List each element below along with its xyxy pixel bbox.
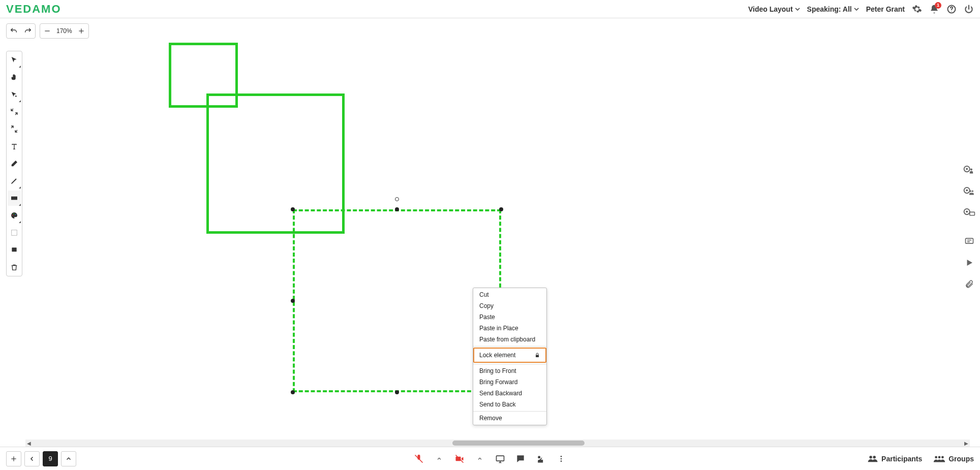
delete-tool[interactable]	[7, 259, 22, 276]
camera-off-button[interactable]	[454, 453, 465, 464]
prev-page-button[interactable]	[24, 451, 40, 466]
ctx-bring-forward[interactable]: Bring Forward	[473, 377, 546, 388]
svg-point-34	[935, 456, 937, 458]
mic-off-button[interactable]	[413, 453, 424, 464]
speaking-label: Speaking: All	[807, 5, 852, 13]
file-tool[interactable]	[7, 241, 22, 259]
grid-tool[interactable]	[7, 224, 22, 241]
left-toolbar	[6, 51, 22, 276]
ctx-paste-from-clipboard[interactable]: Paste from clipboard	[473, 334, 546, 345]
power-button[interactable]	[964, 4, 974, 14]
select-tool[interactable]	[7, 51, 22, 69]
panel-camera-screen[interactable]	[962, 205, 977, 221]
svg-point-32	[869, 456, 872, 459]
expand-tool[interactable]	[7, 120, 22, 138]
expand-icon	[10, 125, 18, 133]
video-layout-label: Video Layout	[748, 5, 793, 13]
camera-off-icon	[454, 454, 465, 464]
groups-button[interactable]: Groups	[933, 454, 974, 463]
svg-point-1	[951, 11, 952, 11]
speaking-dropdown[interactable]: Speaking: All	[807, 5, 859, 13]
undo-button[interactable]	[7, 24, 21, 38]
svg-point-31	[561, 460, 562, 462]
svg-point-8	[13, 213, 14, 214]
gear-icon	[912, 4, 922, 14]
camera-user-icon	[963, 165, 975, 175]
rotation-handle[interactable]	[395, 197, 399, 201]
ctx-copy[interactable]: Copy	[473, 300, 546, 311]
page-list-button[interactable]	[61, 451, 76, 466]
settings-button[interactable]	[912, 4, 922, 14]
play-icon	[965, 258, 974, 267]
selection-handle[interactable]	[395, 390, 399, 394]
chat-button[interactable]	[515, 453, 526, 464]
ctx-paste-in-place-label: Paste in Place	[479, 325, 518, 332]
ctx-send-to-back[interactable]: Send to Back	[473, 399, 546, 410]
panel-play[interactable]	[962, 255, 977, 270]
trash-icon	[10, 263, 18, 271]
mic-dropdown[interactable]	[434, 453, 445, 464]
panel-camera-user[interactable]	[962, 163, 977, 178]
ctx-copy-label: Copy	[479, 302, 494, 309]
scrollbar-thumb[interactable]	[452, 441, 585, 446]
svg-point-29	[561, 456, 562, 457]
selection-handle[interactable]	[291, 207, 295, 211]
selection-handle[interactable]	[395, 207, 399, 211]
selection-handle[interactable]	[499, 207, 503, 211]
notifications-button[interactable]: 1	[929, 4, 939, 14]
ctx-cut[interactable]: Cut	[473, 289, 546, 300]
panel-attach[interactable]	[962, 276, 977, 292]
help-button[interactable]	[946, 4, 957, 14]
shape-tool[interactable]	[7, 190, 22, 207]
header-right: Video Layout Speaking: All Peter Grant 1	[748, 4, 974, 14]
participants-button[interactable]: Participants	[867, 454, 922, 463]
current-page-indicator[interactable]: 9	[43, 451, 58, 466]
notification-badge: 1	[935, 2, 941, 9]
eraser-icon	[10, 160, 18, 168]
ctx-send-backward[interactable]: Send Backward	[473, 388, 546, 399]
fit-tool[interactable]	[7, 103, 22, 120]
ctx-paste[interactable]: Paste	[473, 311, 546, 323]
scroll-left-arrow[interactable]: ◀	[25, 440, 33, 447]
bottom-right-controls: Participants Groups	[867, 454, 974, 463]
user-name[interactable]: Peter Grant	[866, 5, 905, 13]
palette-icon	[10, 211, 18, 220]
raise-hand-button[interactable]	[535, 453, 546, 464]
horizontal-scrollbar[interactable]: ◀ ▶	[25, 440, 970, 447]
svg-point-19	[972, 191, 973, 192]
ctx-bring-to-front-label: Bring to Front	[479, 367, 516, 374]
chat-bubble-icon	[515, 454, 526, 464]
eraser-tool[interactable]	[7, 155, 22, 172]
ctx-paste-in-place[interactable]: Paste in Place	[473, 323, 546, 334]
camera-screen-icon	[963, 208, 975, 218]
add-page-button[interactable]	[6, 451, 21, 466]
panel-chat[interactable]	[962, 234, 977, 249]
right-panel-tabs-bottom	[962, 234, 977, 292]
laser-tool[interactable]	[7, 86, 22, 103]
selection-handle[interactable]	[291, 299, 295, 303]
video-layout-dropdown[interactable]: Video Layout	[748, 5, 800, 13]
pan-tool[interactable]	[7, 69, 22, 86]
chevron-down-icon	[854, 7, 859, 12]
laser-icon	[10, 90, 18, 99]
text-tool[interactable]	[7, 138, 22, 155]
file-icon	[10, 246, 18, 254]
canvas-shape-selected[interactable]	[293, 209, 501, 392]
ctx-remove[interactable]: Remove	[473, 413, 546, 424]
chevron-up-icon	[66, 456, 72, 462]
color-tool[interactable]	[7, 207, 22, 224]
svg-point-35	[938, 456, 941, 458]
panel-camera-group[interactable]	[962, 184, 977, 199]
ctx-bring-to-front[interactable]: Bring to Front	[473, 365, 546, 377]
camera-dropdown[interactable]	[474, 453, 485, 464]
ctx-lock-element[interactable]: Lock element	[473, 348, 546, 363]
selection-handle[interactable]	[291, 390, 295, 394]
rectangle-icon	[10, 194, 18, 202]
pen-tool[interactable]	[7, 172, 22, 190]
screen-share-button[interactable]	[495, 453, 506, 464]
more-button[interactable]	[556, 453, 567, 464]
user-name-label: Peter Grant	[866, 5, 905, 13]
ctx-cut-label: Cut	[479, 291, 489, 298]
svg-point-17	[966, 190, 968, 192]
scroll-right-arrow[interactable]: ▶	[963, 440, 970, 447]
